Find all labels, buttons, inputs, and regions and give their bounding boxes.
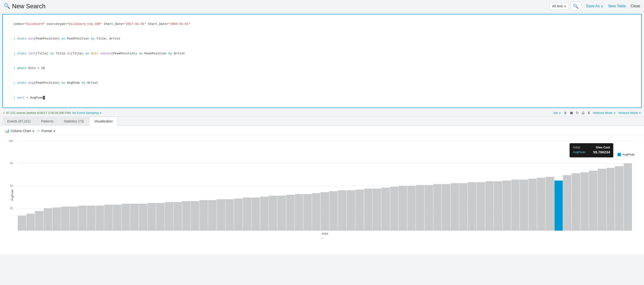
chart-wrapper: AvgPeak AvgPeak 100 75 50 25 Artist: Gle… <box>5 141 639 250</box>
bar-item[interactable] <box>320 192 329 231</box>
new-table-button[interactable]: New Table <box>608 4 626 8</box>
bar-item[interactable] <box>372 188 381 231</box>
bar-item[interactable] <box>61 206 70 231</box>
bar-item[interactable] <box>424 185 433 231</box>
save-as-button[interactable]: Save As ∨ <box>586 4 604 8</box>
tab-events[interactable]: Events (67,221) <box>2 117 36 126</box>
tab-statistics[interactable]: Statistics (73) <box>59 117 89 126</box>
bar-item[interactable] <box>554 180 563 231</box>
bar-item[interactable] <box>78 206 87 231</box>
bar-item[interactable] <box>286 195 294 231</box>
bar-item[interactable] <box>580 172 589 231</box>
bar-item[interactable] <box>130 204 139 231</box>
bars-container <box>18 141 632 231</box>
bar-item[interactable] <box>450 183 459 231</box>
bar-item[interactable] <box>148 203 156 231</box>
header-left: 🔍 New Search <box>4 2 46 10</box>
bar-item[interactable] <box>217 199 226 231</box>
bar-item[interactable] <box>355 190 364 231</box>
bar-item[interactable] <box>537 178 546 231</box>
bar-item[interactable] <box>329 191 338 231</box>
bar-item[interactable] <box>174 202 182 231</box>
bar-item[interactable] <box>52 208 61 231</box>
column-chart-button[interactable]: 📊 Column Chart ∨ <box>5 128 34 133</box>
no-event-sampling-button[interactable]: No Event Sampling ∨ <box>72 111 102 114</box>
job-button[interactable]: Job ∨ <box>553 111 561 114</box>
bar-item[interactable] <box>113 205 122 231</box>
bar-item[interactable] <box>381 188 390 231</box>
bar-item[interactable] <box>200 200 208 231</box>
bar-item[interactable] <box>589 170 598 231</box>
bar-item[interactable] <box>303 194 312 231</box>
bar-item[interactable] <box>251 198 260 231</box>
bar-item[interactable] <box>476 182 485 231</box>
bar-item[interactable] <box>346 190 355 231</box>
bar-item[interactable] <box>572 173 580 231</box>
tab-patterns[interactable]: Patterns <box>36 117 58 126</box>
bar-item[interactable] <box>243 198 251 231</box>
bar-item[interactable] <box>598 169 606 231</box>
bar-item[interactable] <box>104 205 113 231</box>
time-filter-select[interactable]: All time ∨ <box>550 2 569 10</box>
bar-item[interactable] <box>563 175 572 231</box>
bar-item[interactable] <box>459 183 468 231</box>
bar-item[interactable] <box>390 187 398 231</box>
bar-item[interactable] <box>269 196 277 231</box>
toolbar-left: ✓ 67,221 events (before 6/26/17 2:05:06.… <box>3 111 102 114</box>
grid-label-75: 75 <box>10 162 13 165</box>
download-icon[interactable]: ⬇ <box>587 110 590 115</box>
stop-icon[interactable]: ⏹ <box>570 111 573 115</box>
bar-item[interactable] <box>433 184 442 231</box>
bar-item[interactable] <box>277 196 286 231</box>
pause-icon[interactable]: ⏸ <box>564 111 567 115</box>
bar-item[interactable] <box>26 214 35 231</box>
print-icon[interactable]: 🖨 <box>581 111 585 115</box>
bar-item[interactable] <box>208 200 217 231</box>
bar-item[interactable] <box>624 163 632 231</box>
events-info: ✓ 67,221 events (before 6/26/17 2:05:06.… <box>3 111 71 114</box>
bar-item[interactable] <box>606 168 615 231</box>
tab-visualization[interactable]: Visualization <box>89 117 118 126</box>
bar-item[interactable] <box>18 216 26 231</box>
bar-item[interactable] <box>312 193 320 231</box>
bar-item[interactable] <box>416 185 424 231</box>
format-button[interactable]: ✏ Format ∨ <box>37 129 55 133</box>
bar-item[interactable] <box>156 203 165 231</box>
bar-item[interactable] <box>494 181 502 231</box>
search-button[interactable]: 🔍 <box>571 2 581 10</box>
bar-item[interactable] <box>442 184 450 231</box>
bar-item[interactable] <box>528 179 537 231</box>
bar-item[interactable] <box>546 177 554 231</box>
query-line-4: | where Hits > 10 <box>6 61 638 76</box>
bar-item[interactable] <box>295 194 303 231</box>
search-query-editor[interactable]: index="billboard" sourcetype="billboard_… <box>2 14 642 108</box>
search-icon: 🔍 <box>4 3 10 9</box>
bar-item[interactable] <box>502 180 511 231</box>
bar-item[interactable] <box>122 204 130 231</box>
bar-item[interactable] <box>468 182 476 231</box>
bar-item[interactable] <box>364 188 372 231</box>
bar-item[interactable] <box>139 204 148 231</box>
verbose-mode-button[interactable]: Verbose Mode ∨ <box>593 111 616 114</box>
refresh-icon[interactable]: ↻ <box>576 110 579 115</box>
bar-item[interactable] <box>35 211 44 231</box>
bar-item[interactable] <box>96 206 104 231</box>
bar-item[interactable] <box>511 180 520 231</box>
bar-item[interactable] <box>520 180 528 231</box>
bar-item[interactable] <box>234 198 242 231</box>
bar-item[interactable] <box>165 202 174 231</box>
bar-item[interactable] <box>398 186 407 231</box>
bar-item[interactable] <box>182 201 191 231</box>
bar-item[interactable] <box>485 181 494 231</box>
bar-item[interactable] <box>44 208 52 231</box>
bar-item[interactable] <box>615 166 624 231</box>
bar-item[interactable] <box>260 196 268 231</box>
bar-item[interactable] <box>70 206 78 231</box>
verbose-mode-dropdown[interactable]: Verbose Mode ∨ <box>618 111 641 114</box>
bar-item[interactable] <box>191 201 200 231</box>
bar-item[interactable] <box>407 186 416 231</box>
close-button[interactable]: Close <box>630 4 640 8</box>
bar-item[interactable] <box>338 190 346 231</box>
bar-item[interactable] <box>226 199 234 231</box>
bar-item[interactable] <box>87 206 96 231</box>
